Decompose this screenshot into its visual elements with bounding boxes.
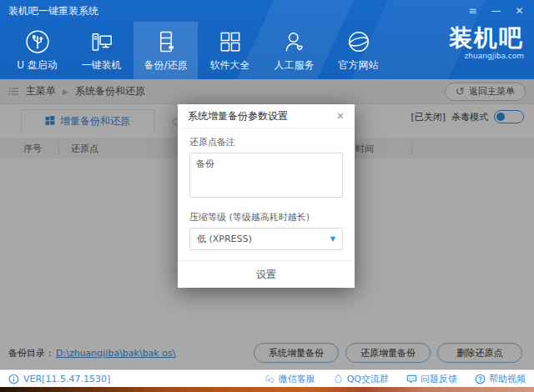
compression-selected-value: 低 (XPRESS) <box>197 234 252 244</box>
dialog-footer: 设置 <box>178 260 355 288</box>
status-link-label: 问题反馈 <box>421 373 457 385</box>
nav-item-label: 一键装机 <box>82 58 122 73</box>
logo-domain: zhuangjiba.com <box>449 52 524 60</box>
window-menu-icon[interactable]: ≡ <box>466 5 479 17</box>
feedback-icon <box>406 374 417 384</box>
nav-item-label: U 盘启动 <box>17 58 58 73</box>
content-area: 主菜单 ▶ 系统备份和还原 ↺ 返回主菜单 增量备份和还原 <box>0 79 534 369</box>
feedback-link[interactable]: 问题反馈 <box>406 373 457 385</box>
person-icon <box>282 29 307 54</box>
status-links: 微信客服 QQ交流群 问题反馈 <box>264 373 526 385</box>
brand-logo: 装机吧 zhuangjiba.com <box>449 27 524 60</box>
backup-settings-dialog: 系统增量备份参数设置 ✕ 还原点备注 备份 压缩等级 (等级越高耗时越长) 低 … <box>178 104 355 288</box>
close-icon[interactable]: ✕ <box>513 5 526 17</box>
wechat-support-link[interactable]: 微信客服 <box>264 373 315 385</box>
status-link-label: 帮助视频 <box>489 373 526 385</box>
version-text: VER[11.5.47.1530] <box>23 374 110 384</box>
nav-item-software[interactable]: 软件大全 <box>198 22 262 79</box>
help-icon <box>475 374 486 384</box>
nav-item-label: 备份/还原 <box>144 58 187 73</box>
qq-icon <box>333 374 344 384</box>
minimize-icon[interactable]: — <box>490 5 502 17</box>
nav-item-label: 软件大全 <box>210 58 250 73</box>
restore-point-note-input[interactable]: 备份 <box>189 153 343 198</box>
main-nav: U 盘启动 一键装机 <box>5 22 390 79</box>
qq-group-link[interactable]: QQ交流群 <box>333 373 389 385</box>
status-link-label: QQ交流群 <box>347 373 389 385</box>
globe-icon <box>346 29 371 54</box>
status-link-label: 微信客服 <box>279 373 315 385</box>
nav-item-usb-boot[interactable]: U 盘启动 <box>5 22 69 79</box>
nav-item-support[interactable]: 人工服务 <box>262 22 326 79</box>
grid-icon <box>218 29 243 54</box>
computer-icon <box>89 29 114 54</box>
server-icon <box>154 29 179 54</box>
compression-field-label: 压缩等级 (等级越高耗时越长) <box>189 211 343 224</box>
compression-level-select[interactable]: 低 (XPRESS) ▼ <box>189 228 343 250</box>
info-icon <box>8 374 19 384</box>
app-header: 装机吧一键重装系统 ≡ — ✕ <box>0 0 534 79</box>
version-info: VER[11.5.47.1530] <box>8 374 110 384</box>
status-bar: VER[11.5.47.1530] 微信客服 QQ交流群 <box>0 369 534 387</box>
note-field-label: 还原点备注 <box>189 136 343 148</box>
nav-item-backup-restore[interactable]: 备份/还原 <box>134 22 198 79</box>
apply-settings-button[interactable]: 设置 <box>256 268 276 282</box>
window-title: 装机吧一键重装系统 <box>8 4 98 18</box>
dialog-body: 还原点备注 备份 压缩等级 (等级越高耗时越长) 低 (XPRESS) ▼ <box>178 128 355 260</box>
chevron-down-icon: ▼ <box>330 229 335 249</box>
nav-item-website[interactable]: 官方网站 <box>326 22 390 79</box>
titlebar: 装机吧一键重装系统 ≡ — ✕ <box>0 0 534 22</box>
wechat-icon <box>264 374 275 384</box>
usb-icon <box>25 29 50 54</box>
help-videos-link[interactable]: 帮助视频 <box>475 373 526 385</box>
logo-text: 装机吧 <box>449 27 524 50</box>
desktop-taskbar-strip <box>0 387 534 392</box>
nav-item-label: 官方网站 <box>339 58 379 73</box>
nav-item-one-click-install[interactable]: 一键装机 <box>69 22 134 79</box>
dialog-close-icon[interactable]: ✕ <box>336 110 345 122</box>
dialog-title: 系统增量备份参数设置 <box>188 109 288 123</box>
dialog-header: 系统增量备份参数设置 ✕ <box>178 104 355 128</box>
window-controls: ≡ — ✕ <box>466 5 526 17</box>
app-window: 装机吧一键重装系统 ≡ — ✕ <box>0 0 534 392</box>
nav-item-label: 人工服务 <box>275 58 315 73</box>
